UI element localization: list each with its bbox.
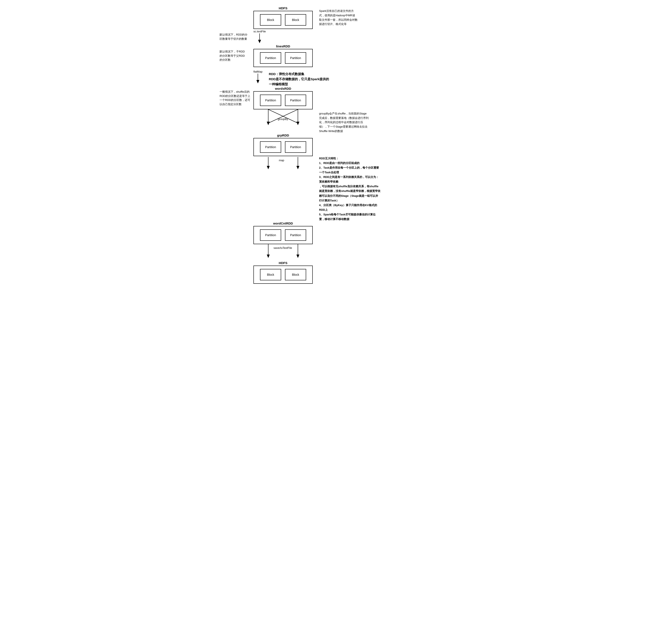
- rdd-note-line1: RDD：弹性分布式数据集RDD是不存储数据的，它只是Spark提供的一种编程模型: [269, 72, 329, 86]
- wordsRDD-center: wordsRDD Partition Partition: [254, 87, 313, 109]
- linesRDD-row: 默认情况下，子RDD 的分区数等于父RDD 的分区数 linesRDD Part…: [220, 45, 452, 67]
- grpRDD-center: grpRDD Partition Partition: [254, 133, 313, 156]
- svg-marker-9: [267, 122, 270, 125]
- linesRDD-group: Partition Partition: [254, 49, 313, 67]
- rdd-feature-5: 5、Spark给每个Task尽可能提供最佳的计算位置，移动计算不移动数据: [319, 212, 381, 222]
- rdd-feature-2: 2、Task是作用在每一个分区上的，每个分区需要一个Task去处理: [319, 166, 381, 175]
- groupby-note-right: groupBy会产生shuffle，当前面的Stage 完成后，数据需要落地（数…: [313, 109, 381, 133]
- map-double-arrow-svg: map: [254, 157, 313, 171]
- linesRDD-part1: Partition: [260, 52, 281, 64]
- grpRDD-group: Partition Partition: [254, 138, 313, 156]
- hdfs-bottom-center: HDFS Block Block: [254, 261, 313, 284]
- hdfs-bottom-label: HDFS: [279, 261, 288, 265]
- svg-text:groupBy: groupBy: [278, 118, 288, 121]
- rdd-five-features: RDD五大特性： 1、RDD是由一些列的分区组成的 2、Task是作用在每一个分…: [313, 156, 381, 222]
- rdd-feature-1: 1、RDD是由一些列的分区组成的: [319, 161, 381, 166]
- sctextfile-arrow-svg: [256, 33, 263, 44]
- hdfs-top-label: HDFS: [279, 6, 288, 10]
- sctextfile-label: sc.textFile: [254, 30, 266, 33]
- flatmap-arrow-svg: [255, 74, 261, 84]
- linesRDD-label: linesRDD: [276, 45, 290, 48]
- groupby-cross-svg: groupBy: [254, 109, 313, 130]
- wordsRDD-label: wordsRDD: [275, 87, 291, 90]
- hdfs-top-center: HDFS Block Block: [254, 6, 313, 29]
- grpRDD-label: grpRDD: [277, 133, 289, 137]
- saveastextfile-arrow-svg: saveAsTextFile: [254, 244, 313, 261]
- svg-text:saveAsTextFile: saveAsTextFile: [273, 246, 292, 249]
- linesRDD-center: linesRDD Partition Partition: [254, 45, 313, 67]
- flatmap-label: flatMap: [254, 70, 263, 73]
- sctextfile-center: sc.textFile: [254, 29, 266, 45]
- map-arrow-row: map RDD五大特性： 1、RDD是由一些列的分区组成的 2、Task是作用在…: [220, 156, 452, 222]
- sctextfile-arrow-row: 默认情况下，RDD的分 区数量等于切片的数量 sc.textFile: [220, 29, 452, 45]
- wordCntRDD-part2: Partition: [285, 229, 306, 241]
- svg-marker-11: [296, 122, 299, 125]
- hdfs-block2: Block: [285, 14, 306, 26]
- hdfs-bottom-block2: Block: [285, 269, 306, 280]
- groupby-center: groupBy: [254, 109, 313, 130]
- wordsRDD-group: Partition Partition: [254, 91, 313, 109]
- hdfs-bottom-row: HDFS Block Block: [220, 261, 452, 284]
- wordsRDD-part2: Partition: [285, 95, 306, 106]
- svg-marker-16: [296, 166, 299, 169]
- linesRDD-left-note: 默认情况下，子RDD 的分区数等于父RDD 的分区数: [220, 50, 254, 62]
- wordsRDD-part1: Partition: [260, 95, 281, 106]
- map-arrow: map: [254, 156, 313, 172]
- groupby-row: groupBy groupBy会产生shuffle，当前面的Stage 完成后，…: [220, 109, 452, 133]
- rdd-features-title: RDD五大特性：: [319, 156, 381, 161]
- flatmap-arrow: flatMap: [254, 69, 263, 85]
- rdd-feature-3: 3、RDD之间是有一系列依赖关系的，可以分为：宽依赖和窄依赖: [319, 175, 381, 184]
- hdfs-bottom-block1: Block: [260, 269, 281, 280]
- sctextfile-arrow: sc.textFile: [254, 29, 266, 45]
- svg-marker-3: [256, 80, 259, 83]
- flatmap-center: flatMap: [254, 69, 263, 85]
- rdd-feature-3b: ，可以根据有无shuffle划分依赖关系，有shuffle就是宽依赖，没有shu…: [319, 184, 381, 203]
- saveastextfile-arrow-row: saveAsTextFile: [220, 244, 452, 261]
- svg-marker-19: [267, 254, 270, 258]
- diagram-container: HDFS Block Block Spark没有自己的读文件的方 式，使用的是H…: [220, 6, 452, 284]
- grpRDD-part2: Partition: [285, 141, 306, 153]
- wordsRDD-left-note: 一般情况下，shuffle后的 RDD的分区数还是等于上 一个RDD的分区数，还…: [220, 90, 254, 106]
- hdfs-top-left-note-text: 默认情况下，RDD的分 区数量等于切片的数量: [220, 32, 254, 41]
- wordCntRDD-row: wordCntRDD Partition Partition: [220, 222, 452, 244]
- rdd-note-right: RDD：弹性分布式数据集RDD是不存储数据的，它只是Spark提供的一种编程模型: [263, 67, 330, 87]
- wordCntRDD-label: wordCntRDD: [273, 222, 293, 225]
- svg-text:map: map: [279, 159, 284, 162]
- saveastextfile-center: saveAsTextFile: [254, 244, 313, 261]
- grpRDD-part1: Partition: [260, 141, 281, 153]
- hdfs-top-right-note: Spark没有自己的读文件的方 式，使用的是Hadoop中MR读 取文件那一套，…: [313, 9, 381, 26]
- grpRDD-row: grpRDD Partition Partition: [220, 133, 452, 156]
- hdfs-top-group: Block Block: [254, 11, 313, 29]
- hdfs-bottom-group: Block Block: [254, 266, 313, 284]
- wordCntRDD-part1: Partition: [260, 229, 281, 241]
- wordsRDD-row: 一般情况下，shuffle后的 RDD的分区数还是等于上 一个RDD的分区数，还…: [220, 87, 452, 109]
- map-center: map: [254, 156, 313, 172]
- rdd-feature-4: 4、分区类（ByKey）算子只能作用在KV格式的RDD上: [319, 203, 381, 212]
- flatmap-arrow-row: flatMap RDD：弹性分布式数据集RDD是不存储数据的，它只是Spark提…: [220, 67, 452, 87]
- svg-marker-21: [296, 254, 299, 258]
- hdfs-block1: Block: [260, 14, 281, 26]
- svg-marker-14: [267, 166, 270, 169]
- hdfs-top-row: HDFS Block Block Spark没有自己的读文件的方 式，使用的是H…: [220, 6, 452, 29]
- wordCntRDD-center: wordCntRDD Partition Partition: [254, 222, 313, 244]
- svg-marker-1: [258, 40, 261, 43]
- linesRDD-part2: Partition: [285, 52, 306, 64]
- wordCntRDD-group: Partition Partition: [254, 226, 313, 244]
